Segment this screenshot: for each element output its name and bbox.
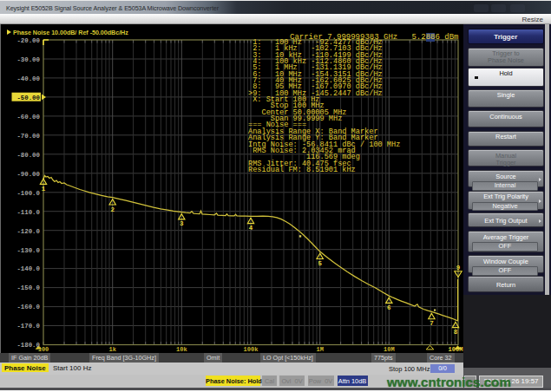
svg-text:-150.0: -150.0: [16, 284, 40, 291]
svg-text:-110.0: -110.0: [16, 209, 40, 216]
svg-text:100k: 100k: [244, 346, 259, 353]
svg-text:-120.0: -120.0: [16, 228, 40, 235]
svg-text:-20.00: -20.00: [16, 37, 40, 44]
svg-text:8: 8: [454, 329, 458, 336]
svg-text:-130.0: -130.0: [16, 247, 40, 254]
svg-text:-50.00: -50.00: [16, 95, 40, 101]
svg-text:-100.0: -100.0: [16, 190, 40, 197]
svg-text:-30.00: -30.00: [16, 56, 40, 63]
svg-text:-70.00: -70.00: [16, 133, 40, 140]
svg-text:-80.00: -80.00: [16, 152, 40, 159]
svg-text:100: 100: [38, 346, 49, 353]
svg-text:5: 5: [318, 260, 322, 267]
svg-text:10M: 10M: [384, 346, 395, 353]
svg-text:100M: 100M: [449, 346, 463, 353]
svg-text:-170.0: -170.0: [16, 323, 40, 330]
svg-text:-40.00: -40.00: [16, 75, 40, 82]
svg-text:7: 7: [430, 320, 434, 327]
svg-text:-90.00: -90.00: [16, 171, 40, 178]
svg-text:4: 4: [249, 225, 253, 232]
svg-text:1M: 1M: [316, 346, 323, 353]
svg-text:-140.0: -140.0: [16, 265, 40, 272]
svg-text:-160.0: -160.0: [16, 304, 40, 310]
svg-text:-180.0: -180.0: [16, 342, 40, 349]
svg-text:10k: 10k: [176, 346, 187, 353]
svg-text:6: 6: [387, 304, 391, 311]
svg-text:-60.00: -60.00: [16, 114, 40, 121]
svg-text:1: 1: [42, 186, 46, 193]
svg-text:1k: 1k: [108, 346, 115, 353]
svg-text:2: 2: [110, 206, 115, 213]
svg-text:3: 3: [180, 220, 184, 227]
svg-text:9: 9: [456, 265, 461, 271]
